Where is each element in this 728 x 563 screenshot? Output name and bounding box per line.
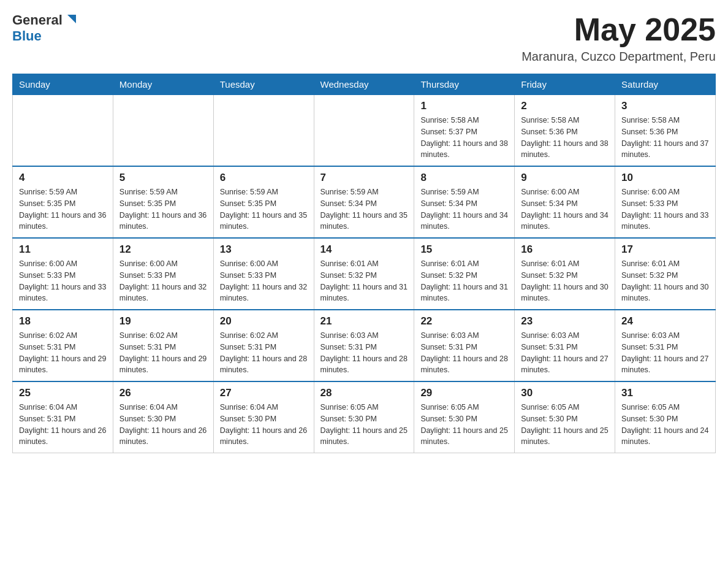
calendar-cell: 28Sunrise: 6:05 AM Sunset: 5:30 PM Dayli… xyxy=(314,381,414,453)
calendar-cell xyxy=(113,95,213,167)
day-number: 6 xyxy=(220,172,308,184)
calendar-cell: 26Sunrise: 6:04 AM Sunset: 5:30 PM Dayli… xyxy=(113,381,213,453)
day-info: Sunrise: 6:05 AM Sunset: 5:30 PM Dayligh… xyxy=(420,402,508,448)
day-info: Sunrise: 6:01 AM Sunset: 5:32 PM Dayligh… xyxy=(320,258,408,304)
day-info: Sunrise: 6:04 AM Sunset: 5:30 PM Dayligh… xyxy=(119,402,207,448)
day-info: Sunrise: 6:00 AM Sunset: 5:33 PM Dayligh… xyxy=(119,258,207,304)
day-info: Sunrise: 5:59 AM Sunset: 5:34 PM Dayligh… xyxy=(420,186,508,232)
calendar-cell xyxy=(314,95,414,167)
day-info: Sunrise: 5:59 AM Sunset: 5:35 PM Dayligh… xyxy=(119,186,207,232)
day-info: Sunrise: 6:00 AM Sunset: 5:33 PM Dayligh… xyxy=(220,258,308,304)
day-info: Sunrise: 6:04 AM Sunset: 5:31 PM Dayligh… xyxy=(19,402,107,448)
calendar-cell: 9Sunrise: 6:00 AM Sunset: 5:34 PM Daylig… xyxy=(515,166,615,238)
calendar-cell xyxy=(213,95,314,167)
day-number: 7 xyxy=(320,172,408,184)
calendar-week-row: 11Sunrise: 6:00 AM Sunset: 5:33 PM Dayli… xyxy=(13,238,716,310)
calendar-cell: 13Sunrise: 6:00 AM Sunset: 5:33 PM Dayli… xyxy=(213,238,314,310)
calendar-cell: 25Sunrise: 6:04 AM Sunset: 5:31 PM Dayli… xyxy=(13,381,113,453)
weekday-header-tuesday: Tuesday xyxy=(213,74,314,95)
svg-marker-0 xyxy=(67,15,76,23)
weekday-header-thursday: Thursday xyxy=(414,74,515,95)
title-section: May 2025 Maranura, Cuzco Department, Per… xyxy=(521,12,716,64)
calendar-cell: 18Sunrise: 6:02 AM Sunset: 5:31 PM Dayli… xyxy=(13,310,113,381)
day-info: Sunrise: 6:02 AM Sunset: 5:31 PM Dayligh… xyxy=(19,330,107,376)
calendar-cell: 24Sunrise: 6:03 AM Sunset: 5:31 PM Dayli… xyxy=(615,310,716,381)
logo-blue: Blue xyxy=(12,28,78,44)
day-info: Sunrise: 5:58 AM Sunset: 5:36 PM Dayligh… xyxy=(621,115,709,161)
day-number: 3 xyxy=(621,100,709,112)
calendar-cell: 15Sunrise: 6:01 AM Sunset: 5:32 PM Dayli… xyxy=(414,238,515,310)
day-number: 16 xyxy=(521,243,609,256)
logo: General Blue xyxy=(12,12,78,44)
calendar-cell: 29Sunrise: 6:05 AM Sunset: 5:30 PM Dayli… xyxy=(414,381,515,453)
calendar-cell: 31Sunrise: 6:05 AM Sunset: 5:30 PM Dayli… xyxy=(615,381,716,453)
day-number: 15 xyxy=(420,243,508,256)
calendar-cell: 6Sunrise: 5:59 AM Sunset: 5:35 PM Daylig… xyxy=(213,166,314,238)
calendar-cell xyxy=(13,95,113,167)
day-number: 21 xyxy=(320,315,408,327)
calendar-week-row: 18Sunrise: 6:02 AM Sunset: 5:31 PM Dayli… xyxy=(13,310,716,381)
day-number: 23 xyxy=(521,315,609,327)
calendar-cell: 2Sunrise: 5:58 AM Sunset: 5:36 PM Daylig… xyxy=(515,95,615,167)
day-number: 26 xyxy=(119,387,207,399)
day-number: 10 xyxy=(621,172,709,184)
day-number: 4 xyxy=(19,172,107,184)
day-number: 1 xyxy=(420,100,508,112)
calendar-cell: 7Sunrise: 5:59 AM Sunset: 5:34 PM Daylig… xyxy=(314,166,414,238)
calendar-cell: 30Sunrise: 6:05 AM Sunset: 5:30 PM Dayli… xyxy=(515,381,615,453)
day-number: 31 xyxy=(621,387,709,399)
day-number: 24 xyxy=(621,315,709,327)
day-number: 20 xyxy=(220,315,308,327)
calendar-cell: 20Sunrise: 6:02 AM Sunset: 5:31 PM Dayli… xyxy=(213,310,314,381)
day-info: Sunrise: 6:03 AM Sunset: 5:31 PM Dayligh… xyxy=(621,330,709,376)
weekday-header-saturday: Saturday xyxy=(615,74,716,95)
weekday-header-sunday: Sunday xyxy=(13,74,113,95)
weekday-header-row: SundayMondayTuesdayWednesdayThursdayFrid… xyxy=(13,74,716,95)
day-info: Sunrise: 6:02 AM Sunset: 5:31 PM Dayligh… xyxy=(119,330,207,376)
calendar-cell: 11Sunrise: 6:00 AM Sunset: 5:33 PM Dayli… xyxy=(13,238,113,310)
day-info: Sunrise: 6:01 AM Sunset: 5:32 PM Dayligh… xyxy=(621,258,709,304)
calendar-cell: 5Sunrise: 5:59 AM Sunset: 5:35 PM Daylig… xyxy=(113,166,213,238)
day-info: Sunrise: 6:03 AM Sunset: 5:31 PM Dayligh… xyxy=(420,330,508,376)
day-info: Sunrise: 6:00 AM Sunset: 5:33 PM Dayligh… xyxy=(19,258,107,304)
calendar-cell: 8Sunrise: 5:59 AM Sunset: 5:34 PM Daylig… xyxy=(414,166,515,238)
day-info: Sunrise: 5:58 AM Sunset: 5:36 PM Dayligh… xyxy=(521,115,609,161)
logo-triangle-icon xyxy=(65,12,78,26)
month-year-title: May 2025 xyxy=(521,12,716,47)
day-number: 28 xyxy=(320,387,408,399)
calendar-week-row: 1Sunrise: 5:58 AM Sunset: 5:37 PM Daylig… xyxy=(13,95,716,167)
day-info: Sunrise: 5:58 AM Sunset: 5:37 PM Dayligh… xyxy=(420,115,508,161)
logo-general: General xyxy=(12,12,63,28)
calendar-cell: 17Sunrise: 6:01 AM Sunset: 5:32 PM Dayli… xyxy=(615,238,716,310)
day-number: 25 xyxy=(19,387,107,399)
day-number: 27 xyxy=(220,387,308,399)
calendar-cell: 22Sunrise: 6:03 AM Sunset: 5:31 PM Dayli… xyxy=(414,310,515,381)
calendar-cell: 10Sunrise: 6:00 AM Sunset: 5:33 PM Dayli… xyxy=(615,166,716,238)
calendar-cell: 12Sunrise: 6:00 AM Sunset: 5:33 PM Dayli… xyxy=(113,238,213,310)
weekday-header-friday: Friday xyxy=(515,74,615,95)
calendar-cell: 21Sunrise: 6:03 AM Sunset: 5:31 PM Dayli… xyxy=(314,310,414,381)
day-info: Sunrise: 5:59 AM Sunset: 5:35 PM Dayligh… xyxy=(19,186,107,232)
day-number: 29 xyxy=(420,387,508,399)
day-number: 12 xyxy=(119,243,207,256)
day-number: 11 xyxy=(19,243,107,256)
day-info: Sunrise: 6:01 AM Sunset: 5:32 PM Dayligh… xyxy=(420,258,508,304)
day-number: 9 xyxy=(521,172,609,184)
calendar-cell: 16Sunrise: 6:01 AM Sunset: 5:32 PM Dayli… xyxy=(515,238,615,310)
calendar-cell: 19Sunrise: 6:02 AM Sunset: 5:31 PM Dayli… xyxy=(113,310,213,381)
day-info: Sunrise: 6:04 AM Sunset: 5:30 PM Dayligh… xyxy=(220,402,308,448)
day-number: 18 xyxy=(19,315,107,327)
day-number: 14 xyxy=(320,243,408,256)
day-info: Sunrise: 6:05 AM Sunset: 5:30 PM Dayligh… xyxy=(621,402,709,448)
day-info: Sunrise: 6:05 AM Sunset: 5:30 PM Dayligh… xyxy=(320,402,408,448)
location-subtitle: Maranura, Cuzco Department, Peru xyxy=(521,50,716,64)
day-info: Sunrise: 6:05 AM Sunset: 5:30 PM Dayligh… xyxy=(521,402,609,448)
calendar-week-row: 25Sunrise: 6:04 AM Sunset: 5:31 PM Dayli… xyxy=(13,381,716,453)
day-info: Sunrise: 6:01 AM Sunset: 5:32 PM Dayligh… xyxy=(521,258,609,304)
calendar-table: SundayMondayTuesdayWednesdayThursdayFrid… xyxy=(12,74,716,453)
page-header: General Blue May 2025 Maranura, Cuzco De… xyxy=(12,12,716,64)
calendar-cell: 23Sunrise: 6:03 AM Sunset: 5:31 PM Dayli… xyxy=(515,310,615,381)
day-number: 2 xyxy=(521,100,609,112)
day-info: Sunrise: 5:59 AM Sunset: 5:35 PM Dayligh… xyxy=(220,186,308,232)
weekday-header-wednesday: Wednesday xyxy=(314,74,414,95)
